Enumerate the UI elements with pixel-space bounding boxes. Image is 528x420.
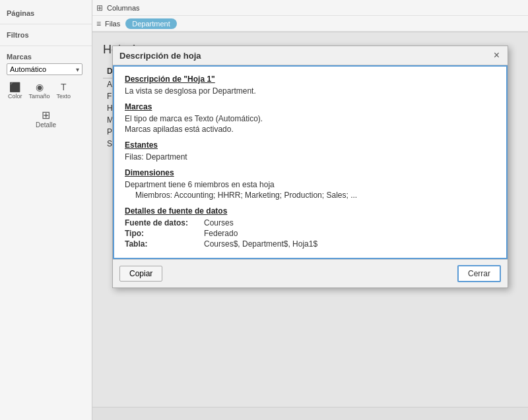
data-source-key: Fuente de datos: <box>125 218 204 227</box>
data-source-value: Federado <box>204 229 238 238</box>
data-source-value: Courses$, Department$, Hoja1$ <box>204 239 317 249</box>
status-bar <box>92 407 528 420</box>
data-source-key: Tabla: <box>125 239 204 249</box>
estantes-section-title: Estantes <box>125 140 496 150</box>
main-content: ⊞ Columnas ≡ Filas Department Hoja 1 Dep… <box>92 0 528 420</box>
modal-footer: Copiar Cerrar <box>113 259 508 287</box>
data-source-row: Fuente de datos:Courses <box>125 218 496 227</box>
sidebar-marks: Marcas Automático ▾ ⬛ Color ◉ Tamaño T T… <box>0 49 92 105</box>
sidebar-filters: Filtros <box>0 27 92 46</box>
modal-body: Descripción de "Hoja 1" La vista se desg… <box>113 65 508 259</box>
chevron-down-icon: ▾ <box>76 66 79 73</box>
marks-text2: Marcas apiladas está activado. <box>125 125 496 134</box>
text-mark-button[interactable]: T Texto <box>55 80 73 101</box>
rows-label: Filas <box>105 20 120 28</box>
color-mark-button[interactable]: ⬛ Color <box>7 80 24 101</box>
data-source-section-title: Detalles de fuente de datos <box>125 206 496 216</box>
marks-section-title: Marcas <box>125 102 496 111</box>
filters-label: Filtros <box>7 31 85 39</box>
text-icon: T <box>61 82 67 92</box>
sheet-desc-title: Descripción de "Hoja 1" <box>125 75 496 84</box>
pages-label: Páginas <box>7 9 85 17</box>
marks-label: Marcas <box>7 53 85 61</box>
columns-shelf: ⊞ Columnas <box>92 0 528 16</box>
text-label: Texto <box>57 93 71 100</box>
sidebar: Páginas Filtros Marcas Automático ▾ ⬛ Co… <box>0 0 92 420</box>
sidebar-pages: Páginas <box>0 5 92 24</box>
modal-overlay: Descripción de hoja × Descripción de "Ho… <box>92 32 528 407</box>
marks-icons-row: ⬛ Color ◉ Tamaño T Texto <box>7 80 85 101</box>
data-source-value: Courses <box>204 218 234 227</box>
columns-icon: ⊞ <box>96 3 103 13</box>
rows-icon: ≡ <box>96 19 101 28</box>
close-button[interactable]: Cerrar <box>457 265 501 282</box>
copy-button[interactable]: Copiar <box>119 266 162 282</box>
size-icon: ◉ <box>36 82 44 92</box>
data-source-row: Tabla:Courses$, Department$, Hoja1$ <box>125 239 496 249</box>
data-source-row: Tipo:Federado <box>125 229 496 238</box>
dimensiones-text2: Miembros: Accounting; HHRR; Marketing; P… <box>135 191 496 200</box>
marks-type-dropdown[interactable]: Automático ▾ <box>7 63 82 75</box>
data-source-key: Tipo: <box>125 229 204 238</box>
color-icon: ⬛ <box>9 82 20 92</box>
shelf-area: ⊞ Columnas ≡ Filas Department <box>92 0 528 32</box>
sheet-desc-text: La vista se desglosa por Department. <box>125 86 496 96</box>
color-label: Color <box>8 93 22 100</box>
modal-title: Descripción de hoja <box>119 51 201 61</box>
dimensiones-text1: Department tiene 6 miembros en esta hoja <box>125 180 496 189</box>
columns-label: Columnas <box>107 4 140 12</box>
canvas-area: Hoja 1 Department AccountingAbcFinanceAb… <box>92 32 528 407</box>
modal-header: Descripción de hoja × <box>113 46 508 65</box>
modal-close-button[interactable]: × <box>492 50 501 61</box>
detail-label: Detalle <box>36 121 56 129</box>
estantes-text: Filas: Department <box>125 152 496 162</box>
size-label: Tamaño <box>29 93 50 100</box>
rows-pill[interactable]: Department <box>125 18 176 29</box>
size-mark-button[interactable]: ◉ Tamaño <box>28 80 51 101</box>
detail-icon: ⊞ <box>42 109 50 121</box>
sidebar-detalle[interactable]: ⊞ Detalle <box>0 105 92 133</box>
marks-type-label: Automático <box>10 65 76 73</box>
marks-text1: El tipo de marca es Texto (Automático). <box>125 114 496 123</box>
rows-shelf: ≡ Filas Department <box>92 16 528 32</box>
dimensiones-section-title: Dimensiones <box>125 168 496 177</box>
description-modal: Descripción de hoja × Descripción de "Ho… <box>112 45 508 288</box>
